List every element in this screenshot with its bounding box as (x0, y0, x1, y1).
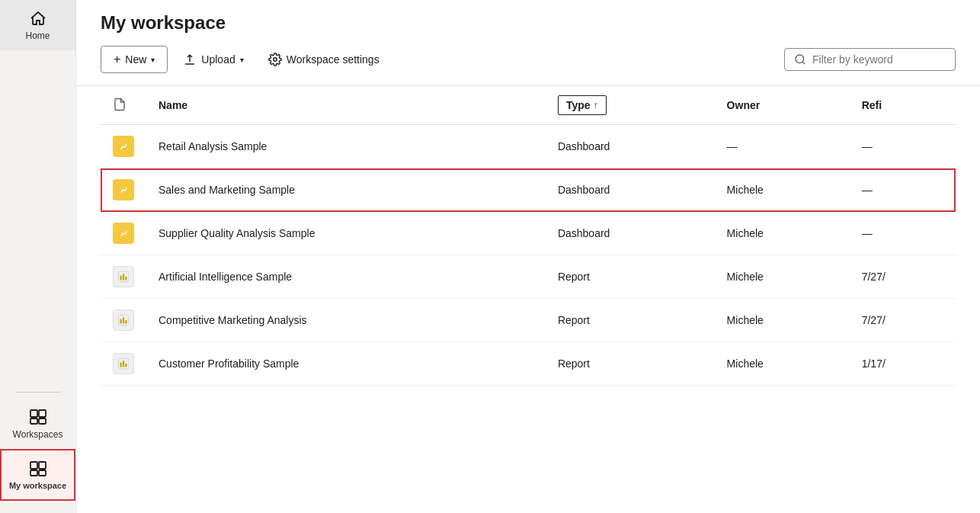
row-refreshed-cell: — (850, 125, 956, 168)
workspace-table: Name Type ↑ Owner Refi (101, 86, 956, 386)
sidebar-divider (15, 392, 60, 393)
row-owner-cell: Michele (715, 255, 850, 299)
svg-rect-4 (30, 462, 37, 469)
upload-label: Upload (201, 53, 235, 66)
report-icon (113, 353, 134, 374)
workspaces-icon (29, 408, 47, 426)
row-type-cell: Report (546, 342, 715, 386)
home-icon (29, 9, 47, 27)
filter-wrapper[interactable] (784, 48, 956, 71)
row-type-cell: Dashboard (546, 125, 715, 168)
sidebar-item-my-workspace[interactable]: My workspace (0, 449, 75, 501)
dashboard-icon (113, 136, 134, 157)
row-icon-cell (101, 342, 146, 386)
upload-button[interactable]: Upload ▾ (174, 46, 252, 72)
row-owner-cell: Michele (715, 168, 850, 212)
col-header-owner[interactable]: Owner (715, 86, 850, 125)
svg-rect-6 (30, 470, 37, 476)
table-row[interactable]: Competitive Marketing AnalysisReportMich… (101, 299, 956, 342)
page-title: My workspace (101, 12, 956, 34)
row-type-cell: Report (546, 299, 715, 342)
sidebar-item-home[interactable]: Home (0, 0, 75, 50)
upload-icon (183, 53, 197, 66)
gear-icon (268, 53, 282, 66)
row-icon-cell (101, 168, 146, 212)
header: My workspace + New ▾ Upload ▾ (76, 0, 980, 86)
workspace-settings-button[interactable]: Workspace settings (259, 46, 389, 72)
table-body: Retail Analysis SampleDashboard—— Sales … (101, 125, 956, 386)
row-refreshed-cell: 7/27/ (850, 299, 956, 342)
svg-rect-5 (39, 462, 46, 469)
row-name-cell[interactable]: Retail Analysis Sample (146, 125, 546, 168)
row-refreshed-cell: 1/17/ (850, 342, 956, 386)
row-icon-cell (101, 212, 146, 255)
report-icon (113, 266, 134, 287)
plus-icon: + (114, 53, 120, 66)
svg-rect-0 (30, 410, 37, 417)
toolbar: + New ▾ Upload ▾ Workspace settings (101, 46, 956, 85)
table-row[interactable]: Retail Analysis SampleDashboard—— (101, 125, 956, 168)
table-row[interactable]: Artificial Intelligence SampleReportMich… (101, 255, 956, 299)
svg-rect-7 (39, 470, 46, 476)
report-icon (113, 309, 134, 331)
col-header-type[interactable]: Type ↑ (546, 86, 715, 125)
row-name-cell[interactable]: Supplier Quality Analysis Sample (146, 212, 546, 255)
row-type-cell: Dashboard (546, 212, 715, 255)
svg-rect-3 (39, 418, 46, 424)
svg-rect-22 (120, 363, 122, 367)
sidebar-my-workspace-label: My workspace (9, 481, 66, 490)
svg-rect-24 (125, 364, 127, 367)
svg-rect-19 (123, 317, 124, 323)
row-icon-cell (101, 125, 146, 168)
row-icon-cell (101, 299, 146, 342)
svg-point-9 (796, 55, 804, 63)
sidebar: Home Workspaces My workspace (0, 0, 76, 513)
svg-rect-23 (123, 361, 124, 367)
row-owner-cell: — (715, 125, 850, 168)
svg-rect-16 (125, 277, 127, 281)
svg-rect-18 (120, 319, 122, 324)
new-button-label: New (125, 53, 146, 66)
row-owner-cell: Michele (715, 299, 850, 342)
row-type-cell: Dashboard (546, 168, 715, 212)
col-header-icon (101, 86, 146, 125)
my-workspace-icon (29, 460, 47, 478)
row-name-cell[interactable]: Customer Profitability Sample (146, 342, 546, 386)
new-button[interactable]: + New ▾ (101, 46, 168, 73)
sidebar-workspaces-label: Workspaces (13, 429, 63, 440)
row-refreshed-cell: — (850, 212, 956, 255)
dashboard-icon (113, 223, 134, 244)
row-icon-cell (101, 255, 146, 299)
svg-rect-14 (120, 276, 122, 281)
dashboard-icon (113, 179, 134, 200)
table-row[interactable]: Customer Profitability SampleReportMiche… (101, 342, 956, 386)
table-container: Name Type ↑ Owner Refi (76, 86, 980, 513)
upload-chevron-icon: ▾ (240, 56, 244, 64)
row-name-cell[interactable]: Competitive Marketing Analysis (146, 299, 546, 342)
main-content: My workspace + New ▾ Upload ▾ (76, 0, 980, 513)
type-col-label: Type (566, 99, 591, 111)
new-chevron-icon: ▾ (151, 56, 155, 64)
row-owner-cell: Michele (715, 212, 850, 255)
col-header-refreshed[interactable]: Refi (850, 86, 956, 125)
svg-point-8 (273, 58, 277, 62)
row-type-cell: Report (546, 255, 715, 299)
sidebar-home-label: Home (25, 30, 50, 41)
workspace-settings-label: Workspace settings (287, 53, 380, 66)
row-name-cell[interactable]: Artificial Intelligence Sample (146, 255, 546, 299)
table-row[interactable]: Sales and Marketing SampleDashboardMiche… (101, 168, 956, 212)
row-name-cell[interactable]: Sales and Marketing Sample (146, 168, 546, 212)
col-header-name[interactable]: Name (146, 86, 546, 125)
row-refreshed-cell: — (850, 168, 956, 212)
row-owner-cell: Michele (715, 342, 850, 386)
search-icon (794, 53, 806, 66)
svg-rect-1 (39, 410, 46, 417)
svg-rect-15 (123, 274, 124, 280)
svg-rect-20 (125, 320, 127, 324)
row-refreshed-cell: 7/27/ (850, 255, 956, 299)
table-header-row: Name Type ↑ Owner Refi (101, 86, 956, 125)
sidebar-item-workspaces[interactable]: Workspaces (0, 399, 75, 449)
filter-input[interactable] (812, 53, 946, 66)
svg-rect-2 (30, 418, 37, 424)
table-row[interactable]: Supplier Quality Analysis SampleDashboar… (101, 212, 956, 255)
